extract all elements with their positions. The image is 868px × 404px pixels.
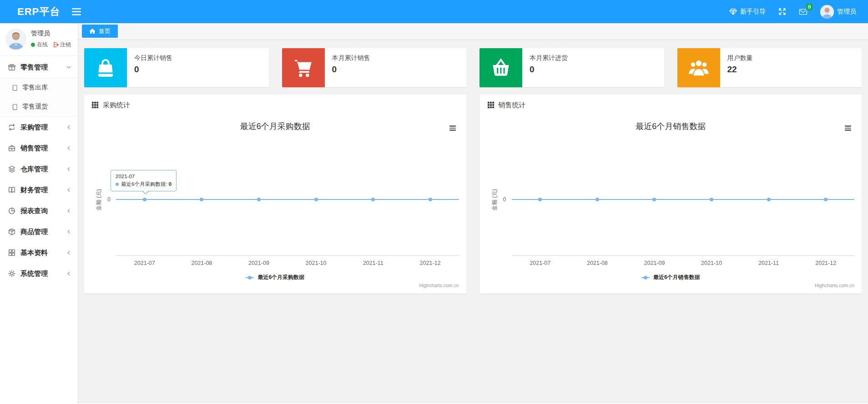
sidebar-item-label: 零售出库: [22, 84, 48, 92]
x-axis-line: [512, 255, 855, 256]
data-point[interactable]: [314, 198, 318, 201]
app-logo[interactable]: ERP平台: [0, 5, 60, 19]
th-grid-icon: [91, 101, 99, 109]
legend-marker: [246, 276, 254, 279]
sidebar-item-retail-outbound[interactable]: 零售出库: [0, 78, 78, 97]
file-icon: [11, 85, 18, 91]
chevron-left-icon: [66, 125, 71, 130]
stat-card-today-sales[interactable]: 今日累计销售 0: [84, 48, 269, 87]
message-count-badge: 0: [806, 4, 812, 10]
data-point[interactable]: [767, 198, 771, 201]
newbie-guide-label: 新手引导: [740, 8, 766, 16]
logout-button[interactable]: 注销: [53, 41, 71, 49]
shopping-cart-icon: [282, 48, 325, 87]
box-icon: [8, 228, 16, 236]
x-axis-label: 2021-10: [701, 260, 722, 266]
sidebar-item-retail-return[interactable]: 零售退货: [0, 97, 78, 116]
y-axis-tick: 0: [100, 196, 111, 203]
stat-card-month-purchase[interactable]: 本月累计进货 0: [479, 48, 664, 87]
shopping-bag-icon: [84, 48, 127, 87]
repeat-icon: [8, 123, 16, 131]
chevron-left-icon: [66, 208, 71, 214]
legend-item[interactable]: 最近6个月采购数据: [84, 274, 466, 281]
data-point[interactable]: [371, 198, 375, 201]
x-axis-label: 2021-08: [191, 260, 212, 266]
series-line: [512, 199, 855, 200]
panel-title: 销售统计: [499, 101, 526, 110]
chevron-left-icon: [66, 187, 71, 193]
data-point[interactable]: [595, 198, 599, 201]
data-point[interactable]: [824, 198, 828, 201]
chevron-left-icon: [66, 250, 71, 255]
sidebar-item-finance-management[interactable]: 财务管理: [0, 180, 78, 200]
fullscreen-button[interactable]: [778, 8, 786, 15]
stat-card-value: 0: [332, 65, 370, 75]
layers-icon: [8, 165, 16, 173]
tooltip-value: 0: [169, 181, 172, 187]
panel-header: 采购统计: [84, 95, 466, 115]
retail-submenu: 零售出库 零售退货: [0, 78, 78, 117]
legend-item[interactable]: 最近6个月销售数据: [480, 274, 862, 281]
legend-label: 最近6个月采购数据: [257, 274, 304, 281]
stat-card-month-sales[interactable]: 本月累计销售 0: [282, 48, 467, 87]
th-large-icon: [8, 249, 16, 257]
x-axis-label: 2021-12: [815, 260, 836, 266]
briefcase-icon: [8, 144, 16, 152]
avatar: [820, 5, 834, 19]
chevron-down-icon: [66, 65, 71, 70]
x-axis-label: 2021-11: [758, 260, 779, 266]
x-axis-label: 2021-11: [363, 260, 384, 266]
sidebar-item-warehouse-management[interactable]: 仓库管理: [0, 159, 78, 180]
stat-card-title: 本月累计销售: [332, 54, 370, 62]
x-axis-label: 2021-07: [134, 260, 155, 266]
x-axis-label: 2021-08: [587, 260, 608, 266]
pie-chart-icon: [8, 207, 16, 215]
shopping-basket-icon: [479, 48, 522, 87]
gear-icon: [8, 269, 16, 278]
chevron-left-icon: [66, 229, 71, 234]
hamburger-menu-icon[interactable]: [72, 8, 81, 15]
plot-area: 2021-072021-082021-092021-102021-112021-…: [512, 115, 855, 294]
sidebar-item-sales-management[interactable]: 销售管理: [0, 138, 78, 159]
data-point[interactable]: [143, 198, 146, 201]
x-axis-label: 2021-07: [530, 260, 550, 266]
sidebar-item-basic-data[interactable]: 基本资料: [0, 242, 78, 263]
user-menu[interactable]: 管理员: [820, 5, 856, 19]
data-point[interactable]: [429, 198, 432, 201]
panel-title: 采购统计: [103, 101, 130, 110]
legend-marker: [641, 276, 650, 279]
online-status-label: 在线: [37, 41, 48, 49]
sidebar-item-product-management[interactable]: 商品管理: [0, 221, 78, 242]
messages-button[interactable]: 0: [799, 8, 807, 15]
footer-divider: [78, 402, 868, 404]
tab-home[interactable]: 首页: [82, 25, 118, 38]
stat-card-user-count[interactable]: 用户数量 22: [677, 48, 862, 87]
sidebar-item-label: 系统管理: [20, 269, 66, 278]
data-point[interactable]: [257, 198, 261, 201]
gem-icon: [729, 8, 737, 15]
profile-name: 管理员: [31, 30, 71, 38]
stat-card-title: 用户数量: [727, 54, 753, 62]
sidebar-item-purchase-management[interactable]: 采购管理: [0, 117, 78, 138]
chart-tooltip: 2021-07 最近6个月采购数据: 0: [111, 170, 177, 191]
highcharts-credits[interactable]: Highcharts.com.cn: [815, 283, 854, 288]
panel-header: 销售统计: [480, 95, 862, 115]
stat-card-value: 0: [134, 65, 172, 75]
data-point[interactable]: [200, 198, 203, 201]
stat-cards-row: 今日累计销售 0 本月累计销售 0 本月累计进货 0: [78, 40, 868, 95]
data-point[interactable]: [710, 198, 713, 201]
stat-card-value: 0: [530, 65, 568, 75]
sidebar-item-report-query[interactable]: 报表查询: [0, 200, 78, 221]
chart-panels-row: 采购统计 最近6个月采购数据 金额 (元) 0 2021-072021-0820…: [78, 95, 868, 294]
data-point[interactable]: [538, 198, 542, 201]
sales-chart: 最近6个月销售数据 金额 (元) 0 2021-072021-082021-09…: [480, 115, 862, 294]
newbie-guide-button[interactable]: 新手引导: [729, 8, 766, 16]
sidebar-item-system-management[interactable]: 系统管理: [0, 263, 78, 284]
highcharts-credits[interactable]: Highcharts.com.cn: [419, 283, 459, 288]
sidebar-item-label: 零售退货: [22, 103, 48, 111]
sidebar-item-label: 商品管理: [20, 228, 66, 236]
sidebar-item-retail-management[interactable]: 零售管理: [0, 57, 78, 78]
th-grid-icon: [487, 101, 495, 109]
data-point[interactable]: [652, 198, 656, 201]
tab-bar: 首页: [78, 23, 868, 40]
